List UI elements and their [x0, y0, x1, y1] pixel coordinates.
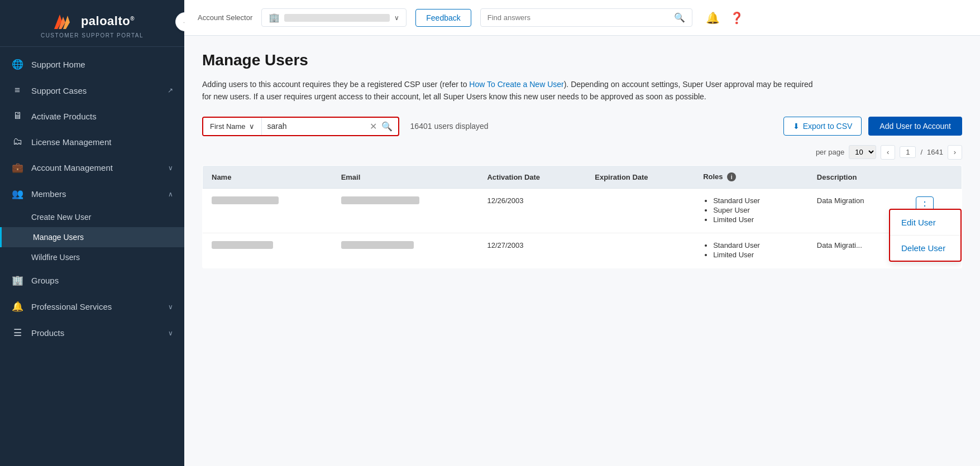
how-to-create-link[interactable]: How To Create a New User — [469, 80, 563, 89]
cell-email — [332, 189, 479, 233]
feedback-button[interactable]: Feedback — [415, 9, 471, 27]
cell-name — [203, 233, 332, 268]
col-expiration-date: Expiration Date — [586, 165, 694, 189]
support-home-icon: 🌐 — [11, 59, 23, 70]
sidebar-subitem-manage-users[interactable]: Manage Users — [0, 227, 184, 247]
filter-field-label: First Name — [210, 122, 246, 131]
cell-roles: Standard User Super User Limited User — [694, 189, 808, 233]
sidebar-item-support-home[interactable]: 🌐 Support Home — [0, 51, 184, 78]
cell-actions: ⋮ Edit User Delete User — [907, 189, 962, 233]
col-actions — [907, 165, 962, 189]
content-area: Manage Users Adding users to this accoun… — [184, 36, 980, 466]
topbar: Account Selector 🏢 ∨ Feedback 🔍 🔔 ❓ — [184, 0, 980, 36]
license-management-icon: 🗂 — [11, 136, 23, 147]
topbar-icons: 🔔 ❓ — [706, 11, 744, 25]
filter-clear-icon[interactable]: ✕ — [370, 121, 377, 132]
add-user-button[interactable]: Add User to Account — [868, 117, 962, 136]
col-description: Description — [808, 165, 907, 189]
chevron-down-icon: ∨ — [168, 329, 173, 337]
activate-products-icon: 🖥 — [11, 111, 23, 122]
table-row: 12/27/2003 Standard User Limited User Da… — [203, 233, 962, 268]
create-new-user-label: Create New User — [31, 213, 91, 222]
logo-subtitle: CUSTOMER SUPPORT PORTAL — [41, 32, 144, 39]
next-page-button[interactable]: › — [948, 145, 962, 160]
col-roles: Roles i — [694, 165, 808, 189]
per-page-select[interactable]: 10 25 50 — [849, 145, 876, 159]
groups-icon: 🏢 — [11, 275, 23, 286]
cell-activation-date: 12/26/2003 — [478, 189, 586, 233]
sidebar-item-groups[interactable]: 🏢 Groups — [0, 267, 184, 294]
sidebar-item-label: Account Management — [31, 163, 160, 172]
sidebar-item-license-management[interactable]: 🗂 License Management — [0, 129, 184, 155]
chevron-down-icon: ∨ — [168, 303, 173, 311]
filter-field-select[interactable]: First Name ∨ — [203, 118, 262, 135]
sidebar-item-support-cases[interactable]: ≡ Support Cases ↗ — [0, 78, 184, 103]
account-management-icon: 💼 — [11, 162, 23, 174]
manage-users-label: Manage Users — [33, 233, 84, 242]
support-cases-icon: ≡ — [11, 85, 23, 96]
sidebar-subitem-wildfire-users[interactable]: Wildfire Users — [0, 247, 184, 267]
cell-activation-date: 12/27/2003 — [478, 233, 586, 268]
sidebar-item-account-management[interactable]: 💼 Account Management ∨ — [0, 155, 184, 181]
filter-search-input[interactable] — [267, 122, 365, 131]
sidebar-item-label: Activate Products — [31, 112, 173, 121]
col-name: Name — [203, 165, 332, 189]
page-desc-part1: Adding users to this account requires th… — [202, 80, 469, 89]
page-description: Adding users to this account requires th… — [202, 78, 816, 103]
role-item: Super User — [713, 206, 799, 214]
chevron-down-icon: ∨ — [394, 14, 399, 22]
account-selector-value — [284, 14, 390, 22]
palo-alto-logo-icon — [50, 10, 75, 32]
filter-search-icon[interactable]: 🔍 — [381, 121, 393, 132]
email-blurred — [341, 241, 414, 249]
account-selector-dropdown[interactable]: 🏢 ∨ — [261, 8, 407, 27]
email-blurred — [341, 196, 419, 204]
cell-name — [203, 189, 332, 233]
cell-expiration-date — [586, 233, 694, 268]
notification-icon[interactable]: 🔔 — [706, 11, 720, 25]
sidebar: paloalto® CUSTOMER SUPPORT PORTAL 🌐 Supp… — [0, 0, 184, 466]
members-icon: 👥 — [11, 188, 23, 200]
search-input[interactable] — [487, 13, 670, 22]
sidebar-item-activate-products[interactable]: 🖥 Activate Products — [0, 103, 184, 129]
sidebar-item-members[interactable]: 👥 Members ∧ — [0, 181, 184, 207]
main-area: Account Selector 🏢 ∨ Feedback 🔍 🔔 ❓ Mana… — [184, 0, 980, 466]
sidebar-subitem-create-new-user[interactable]: Create New User — [0, 207, 184, 227]
table-row: 12/26/2003 Standard User Super User Limi… — [203, 189, 962, 233]
cell-roles: Standard User Limited User — [694, 233, 808, 268]
name-blurred — [212, 241, 273, 249]
roles-info-icon[interactable]: i — [727, 172, 736, 181]
building-icon: 🏢 — [269, 12, 280, 23]
wildfire-users-label: Wildfire Users — [31, 253, 80, 262]
current-page: 1 — [900, 146, 916, 158]
sidebar-item-label: License Management — [31, 137, 173, 147]
sidebar-item-products[interactable]: ☰ Products ∨ — [0, 320, 184, 346]
search-icon[interactable]: 🔍 — [674, 12, 685, 23]
page-title: Manage Users — [202, 51, 962, 69]
sidebar-item-label: Groups — [31, 276, 173, 285]
role-item: Standard User — [713, 241, 799, 249]
col-activation-date: Activation Date — [478, 165, 586, 189]
sidebar-item-label: Members — [31, 189, 160, 199]
per-page-label: per page — [816, 148, 844, 156]
edit-user-menu-item[interactable]: Edit User — [890, 210, 960, 236]
cell-expiration-date — [586, 189, 694, 233]
logo-brand: paloalto® — [81, 15, 135, 28]
filter-chevron-icon: ∨ — [249, 122, 255, 131]
users-table: Name Email Activation Date Expiration Da… — [202, 165, 962, 269]
role-item: Limited User — [713, 251, 799, 259]
help-icon[interactable]: ❓ — [730, 11, 744, 25]
sidebar-item-professional-services[interactable]: 🔔 Professional Services ∨ — [0, 294, 184, 320]
page-separator: / — [920, 148, 922, 156]
filter-input-wrap: ✕ 🔍 — [262, 118, 398, 135]
delete-user-menu-item[interactable]: Delete User — [890, 236, 960, 261]
filter-box: First Name ∨ ✕ 🔍 — [202, 117, 399, 136]
context-menu: Edit User Delete User — [889, 209, 962, 262]
sidebar-item-label: Professional Services — [31, 302, 160, 311]
export-csv-button[interactable]: ⬇ Export to CSV — [783, 117, 862, 136]
pagination-row: per page 10 25 50 ‹ 1 / 1641 › — [202, 145, 962, 160]
sidebar-item-label: Support Home — [31, 60, 173, 69]
chevron-down-icon: ∨ — [168, 164, 173, 172]
prev-page-button[interactable]: ‹ — [881, 145, 895, 160]
collapse-icon: ‹ — [184, 18, 184, 26]
